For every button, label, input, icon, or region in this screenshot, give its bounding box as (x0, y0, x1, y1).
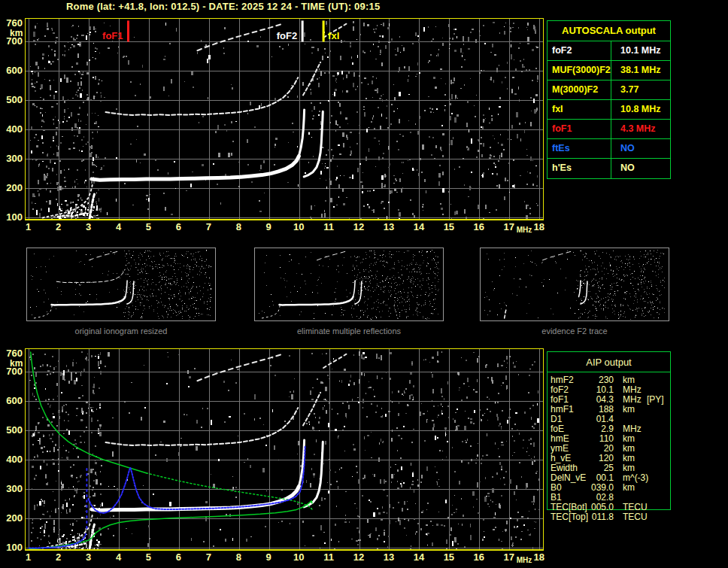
aip-note-cell (647, 454, 669, 463)
thumb3-canvas (481, 248, 669, 320)
y-tick-label: 200 (0, 183, 23, 193)
aip-table-title: AIP output (548, 352, 670, 372)
trace-es-blob (89, 192, 95, 217)
trace-diag (89, 251, 120, 260)
autoscala-output-table: AUTOSCALA output foF210.1 MHzMUF(3000)F2… (547, 20, 671, 179)
trace-f-flat (92, 156, 299, 181)
aip-note-cell (647, 424, 669, 434)
x-tick-label: 12 (350, 552, 367, 563)
mhz-unit-label: MHz (513, 556, 535, 564)
trace-top-frag (323, 354, 346, 368)
aip-note-cell (647, 512, 669, 522)
x-tick-label: 2 (50, 222, 67, 232)
aip-unit-cell: km (614, 405, 647, 415)
thumbnail-evidence-f2-trace (480, 248, 669, 321)
trace-hop2 (56, 269, 125, 282)
x-tick-label: 2 (50, 552, 67, 563)
trace-diag (317, 251, 347, 260)
aip-note-cell (647, 434, 669, 444)
autoscala-param-cell: foF2 (548, 41, 611, 60)
aip-note-cell (647, 473, 669, 483)
trace-blue-f (88, 446, 305, 513)
aip-note-cell (647, 444, 669, 454)
autoscala-param-cell: MUF(3000)F2 (548, 61, 611, 80)
x-tick-label: 10 (290, 222, 307, 232)
autoscala-table-title: AUTOSCALA output (548, 21, 670, 41)
trace-f-rise (579, 281, 581, 296)
y-tick-label: 500 (0, 425, 23, 436)
page-title: Rome (lat: +41.8, lon: 012.5) - DATE: 20… (66, 1, 380, 12)
aip-unit-cell: TECU (614, 512, 647, 522)
mhz-unit-label: MHz (513, 226, 535, 234)
trace-f-rise (126, 281, 128, 296)
x-tick-label: 14 (411, 552, 427, 563)
aip-unit-cell: km (614, 483, 647, 493)
autoscala-value-cell: 10.1 MHz (611, 41, 670, 60)
y-tick-label: 300 (0, 153, 23, 164)
autoscala-param-cell: M(3000)F2 (548, 80, 611, 99)
thumbnail-original-ionogram (26, 248, 216, 321)
x-tick-label: 6 (170, 552, 187, 563)
aip-value-cell: 011.8 (586, 512, 614, 522)
autoscala-value-cell: 3.77 (611, 80, 670, 99)
x-tick-label: 1 (20, 222, 37, 232)
x-tick-label: 1 (20, 552, 37, 563)
aip-param-cell: TEC[Top] (547, 512, 586, 522)
autoscala-param-cell: ftEs (548, 139, 611, 158)
km-unit-label: km (10, 28, 23, 38)
x-tick-label: 6 (170, 222, 187, 232)
fof1-marker-label: foF1 (102, 30, 123, 41)
thumb1-canvas (27, 248, 215, 320)
autoscala-screen: Rome (lat: +41.8, lon: 012.5) - DATE: 20… (0, 0, 728, 568)
autoscala-value-cell: 10.8 MHz (611, 100, 670, 119)
x-tick-label: 11 (320, 222, 337, 232)
x-tick-label: 13 (381, 552, 397, 563)
aip-note-cell (647, 493, 669, 503)
x-tick-label: 9 (260, 552, 277, 563)
trace-f-flat (280, 297, 353, 305)
y-tick-label: 500 (0, 95, 23, 105)
aip-table-row: TEC[Top]011.8TECU (547, 512, 669, 522)
aip-note-cell (647, 415, 669, 424)
x-tick-label: 3 (80, 222, 97, 232)
x-tick-label: 4 (111, 222, 127, 232)
autoscala-value-cell: 38.1 MHz (611, 61, 670, 80)
x-tick-label: 4 (111, 552, 127, 563)
trace-es-blob (505, 309, 506, 318)
autoscala-table-row: fxI10.8 MHz (548, 100, 670, 120)
x-tick-label: 9 (260, 222, 277, 232)
autoscala-table-row: h'EsNO (548, 159, 670, 178)
y-tick-label: 100 (0, 212, 23, 223)
trace-f-flat (52, 297, 126, 305)
x-tick-label: 5 (140, 552, 156, 563)
ionogram-plot-top: foF1foF2fxI (25, 18, 544, 220)
trace-e-scatter (262, 306, 280, 318)
autoscala-value-cell: NO (611, 139, 670, 158)
autoscala-table-row: foF14.3 MHz (548, 120, 670, 139)
autoscala-table-rows: foF210.1 MHzMUF(3000)F238.1 MHzM(3000)F2… (548, 41, 670, 178)
x-tick-label: 16 (471, 552, 487, 563)
x-tick-label: 15 (441, 222, 457, 232)
autoscala-table-row: M(3000)F23.77 (548, 80, 670, 100)
x-tick-label: 8 (230, 552, 247, 563)
y-tick-label: 400 (0, 124, 23, 135)
aip-note-cell (647, 405, 669, 415)
ionogram-plot-bottom (25, 348, 544, 551)
y-tick-label: 760 (0, 18, 23, 29)
x-tick-label: 13 (381, 222, 397, 232)
aip-note-cell (647, 463, 669, 473)
autoscala-value-cell: NO (611, 159, 670, 178)
thumbnail-caption-original: original ionogram resized (26, 327, 216, 336)
autoscala-table-row: foF210.1 MHz (548, 41, 670, 61)
y-tick-label: 400 (0, 454, 23, 465)
trace-diag (543, 251, 573, 260)
aip-note-cell (647, 483, 669, 493)
y-tick-label: 600 (0, 396, 23, 406)
x-tick-label: 5 (140, 222, 156, 232)
y-tick-label: 600 (0, 65, 23, 76)
x-tick-label: 7 (200, 222, 217, 232)
fxi-marker-label: fxI (328, 30, 339, 41)
aip-note-cell (647, 503, 669, 512)
x-tick-label: 15 (441, 552, 457, 563)
plot-top-canvas: foF1foF2fxI (26, 19, 543, 219)
